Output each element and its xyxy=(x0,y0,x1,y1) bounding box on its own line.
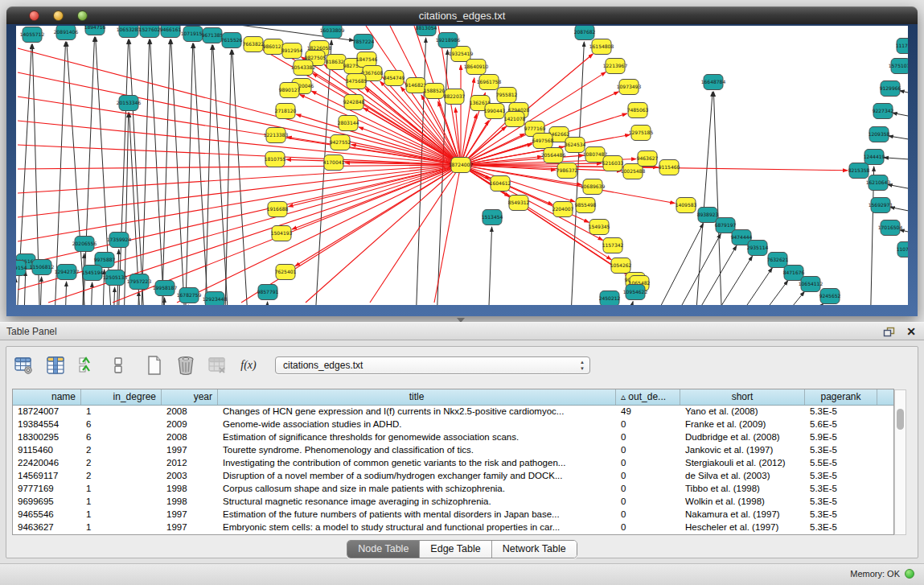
graph-node[interactable]: 1157342 xyxy=(602,238,624,253)
graph-node[interactable]: 1209358 xyxy=(869,127,890,142)
graph-node[interactable]: 14055712 xyxy=(20,27,45,43)
graph-node[interactable]: 7955812 xyxy=(496,88,518,103)
graph-node[interactable]: 9427552 xyxy=(330,135,351,150)
graph-node[interactable]: 10654112 xyxy=(799,277,823,292)
graph-node[interactable]: 15751074 xyxy=(889,59,908,74)
graph-node[interactable]: 7857224 xyxy=(353,35,375,50)
graph-node[interactable]: 8454749 xyxy=(384,71,405,86)
graph-node[interactable]: 1894716 xyxy=(84,26,106,35)
graph-node[interactable]: 10689639 xyxy=(581,179,606,195)
graph-node[interactable]: 10543382 xyxy=(291,60,316,76)
tab-edge-table[interactable]: Edge Table xyxy=(420,541,491,558)
graph-node[interactable]: 12942737 xyxy=(55,265,80,280)
graph-node[interactable]: 9857791 xyxy=(257,285,279,300)
graph-node[interactable]: 8822037 xyxy=(444,89,466,105)
graph-node[interactable]: 1810755 xyxy=(265,152,286,167)
graph-node[interactable]: 1504193 xyxy=(271,226,293,241)
graph-node[interactable]: 20153346 xyxy=(117,96,142,111)
new-document-icon[interactable] xyxy=(143,354,166,377)
graph-node[interactable]: 16648784 xyxy=(701,75,726,90)
table-row[interactable]: 946554611997Estimation of the future num… xyxy=(13,509,893,521)
graph-node[interactable]: 9227342 xyxy=(873,104,894,119)
graph-node[interactable]: 1107533 xyxy=(897,242,908,257)
table-body[interactable]: 1872400712008Changes of HCN gene express… xyxy=(13,406,893,534)
graph-node[interactable]: 7625401 xyxy=(275,265,297,280)
graph-node[interactable]: 1990443 xyxy=(484,104,506,119)
tab-node-table[interactable]: Node Table xyxy=(347,541,420,558)
graph-node[interactable]: 8215358 xyxy=(848,163,870,179)
graph-node[interactable]: 11506812 xyxy=(30,260,55,275)
graph-node[interactable]: 2935114 xyxy=(747,241,769,256)
graph-node[interactable]: 9890127 xyxy=(279,83,301,98)
graph-node[interactable]: 1527602 xyxy=(139,26,161,38)
graph-node[interactable]: 18640910 xyxy=(464,60,489,75)
graph-node[interactable]: 1513454 xyxy=(482,210,503,225)
tab-network-table[interactable]: Network Table xyxy=(492,541,577,558)
graph-node[interactable]: 9671385 xyxy=(202,28,224,43)
float-panel-icon[interactable] xyxy=(883,327,895,337)
graph-node[interactable]: 1549345 xyxy=(589,220,610,235)
table-row[interactable]: 946362711997Embryonic stem cells: a mode… xyxy=(13,521,893,534)
graph-node[interactable]: 1054262 xyxy=(610,258,632,274)
graph-node[interactable]: 9115460 xyxy=(659,160,680,175)
graph-node[interactable]: 4170041 xyxy=(323,155,345,171)
graph-node[interactable]: 8912954 xyxy=(281,43,303,59)
graph-node[interactable]: 1545194 xyxy=(82,266,104,281)
graph-node[interactable]: 3475685 xyxy=(346,74,368,89)
column-header-title[interactable]: title xyxy=(218,389,616,405)
graph-node[interactable]: 8549312 xyxy=(508,196,530,211)
graph-node[interactable]: 7986372 xyxy=(556,163,578,179)
column-header-name[interactable]: name xyxy=(13,389,81,405)
graph-node[interactable]: 7615526 xyxy=(221,33,243,48)
network-canvas[interactable]: 1872400776638229860123891295418226058982… xyxy=(16,26,908,305)
scrollbar-thumb[interactable] xyxy=(897,409,904,430)
graph-node[interactable]: 9463627 xyxy=(637,151,659,167)
table-row[interactable]: 977716911998Corpus callosum shape and si… xyxy=(13,483,893,496)
graph-node[interactable]: 9855498 xyxy=(575,198,597,213)
graph-node[interactable]: 2718120 xyxy=(275,104,297,119)
rows-icon[interactable] xyxy=(107,354,129,377)
graph-node[interactable]: 9129966 xyxy=(880,81,901,97)
table-row[interactable]: 911546021997Tourette syndrome. Phenomeno… xyxy=(13,444,893,457)
graph-node[interactable]: 3624534 xyxy=(565,138,586,153)
graph-node[interactable]: 7632621 xyxy=(767,253,789,268)
select-all-icon[interactable] xyxy=(76,354,98,377)
graph-node[interactable]: 1588520 xyxy=(424,84,446,99)
graph-node[interactable]: 15692971 xyxy=(869,198,893,213)
graph-node[interactable]: 9466161 xyxy=(160,26,182,38)
graph-node[interactable]: 19958187 xyxy=(153,281,178,296)
graph-node[interactable]: 9242848 xyxy=(343,95,365,110)
graph-node[interactable]: 20891406 xyxy=(54,26,79,40)
graph-node[interactable]: 8938923 xyxy=(697,208,719,223)
graph-node[interactable]: 10954622 xyxy=(623,285,648,300)
table-column-icon[interactable] xyxy=(44,354,67,377)
graph-node[interactable]: 19218986 xyxy=(436,33,461,48)
graph-node[interactable]: 16154808 xyxy=(589,39,614,55)
graph-node[interactable]: 12213383 xyxy=(264,128,289,143)
graph-node[interactable]: 16782759 xyxy=(177,288,202,303)
graph-node[interactable]: 9245652 xyxy=(819,289,841,304)
function-icon[interactable]: f(x) xyxy=(237,354,260,377)
column-header-in_degree[interactable]: in_degree xyxy=(81,389,162,405)
graph-node[interactable]: 10653287 xyxy=(117,26,142,38)
column-header-pagerank[interactable]: pagerank xyxy=(805,389,877,405)
table-row[interactable]: 1456911722003Disruption of a novel membe… xyxy=(13,470,893,483)
graph-node[interactable]: 1244419 xyxy=(864,150,885,165)
graph-node[interactable]: 20564486 xyxy=(541,148,566,163)
column-header-short[interactable]: short xyxy=(680,389,805,405)
graph-node[interactable]: 1421078 xyxy=(504,112,526,127)
graph-node[interactable]: 1847546 xyxy=(356,52,378,68)
graph-node[interactable]: 1117538 xyxy=(896,39,908,54)
graph-node[interactable]: 3919154 xyxy=(16,261,27,276)
delete-table-icon[interactable] xyxy=(206,354,228,377)
table-row[interactable]: 969969511998Structural magnetic resonanc… xyxy=(13,496,893,509)
graph-node[interactable]: 18724007 xyxy=(449,158,474,173)
graph-node[interactable]: 17016504 xyxy=(878,220,903,236)
graph-node[interactable]: 7485063 xyxy=(627,103,649,118)
close-icon[interactable]: ✕ xyxy=(906,325,916,338)
network-file-select[interactable]: citations_edges.txt ▲▼ xyxy=(275,356,590,374)
table-row[interactable]: 1830029562008Estimation of significance … xyxy=(13,431,893,444)
table-row[interactable]: 1938455462009Genome-wide association stu… xyxy=(13,418,893,431)
column-header-out_de[interactable]: ▵ out_de... xyxy=(616,389,680,405)
graph-node[interactable]: 10973493 xyxy=(617,80,642,95)
